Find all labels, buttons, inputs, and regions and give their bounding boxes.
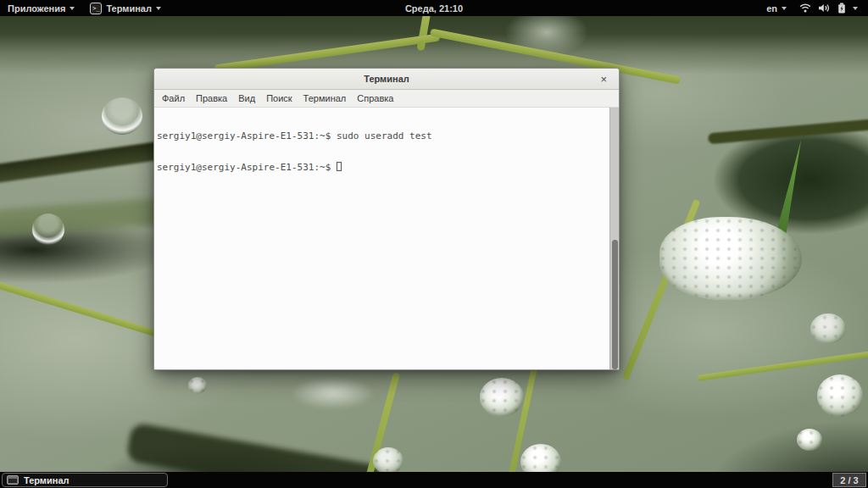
bottom-bar: Терминал 2 / 3: [0, 472, 868, 488]
window-menubar: Файл Правка Вид Поиск Терминал Справка: [154, 90, 619, 108]
scrollbar-thumb[interactable]: [612, 240, 618, 369]
keyboard-layout-indicator[interactable]: en: [759, 0, 794, 16]
menu-item-help[interactable]: Справка: [357, 93, 393, 103]
water-drop: [817, 374, 863, 417]
workspace-indicator-label: 2 / 3: [840, 475, 858, 485]
leaf-edge: [708, 118, 868, 145]
water-drop: [373, 447, 403, 474]
clock[interactable]: Среда, 21:10: [398, 0, 470, 16]
applications-menu[interactable]: Приложения: [0, 0, 82, 16]
water-drop: [32, 214, 64, 246]
terminal-cursor: [337, 162, 342, 171]
chevron-down-icon: [70, 7, 75, 10]
window-titlebar[interactable]: Терминал ×: [154, 69, 619, 90]
terminal-content[interactable]: sergiy1@sergiy-Aspire-E1-531:~$ sudo use…: [154, 108, 619, 369]
terminal-line: sergiy1@sergiy-Aspire-E1-531:~$ sudo use…: [157, 131, 605, 141]
applications-menu-label: Приложения: [8, 3, 65, 14]
terminal-line-text: sergiy1@sergiy-Aspire-E1-531:~$ sudo use…: [157, 130, 432, 141]
terminal-line-text: sergiy1@sergiy-Aspire-E1-531:~$: [157, 162, 331, 173]
water-drop: [188, 377, 207, 394]
volume-icon: [818, 3, 831, 13]
plant-stem: [0, 278, 175, 341]
chevron-down-icon: [853, 7, 858, 10]
plant-stem: [214, 33, 441, 72]
close-button[interactable]: ×: [597, 69, 610, 89]
menu-item-view[interactable]: Вид: [238, 93, 255, 103]
app-menu-label: Терминал: [106, 3, 152, 14]
wifi-icon: [799, 3, 811, 13]
window-title: Терминал: [364, 74, 409, 84]
system-status-area[interactable]: [794, 0, 863, 16]
menu-item-search[interactable]: Поиск: [266, 93, 292, 103]
top-bar: Приложения >_ Терминал Среда, 21:10 en: [0, 0, 868, 16]
battery-icon: [837, 3, 846, 14]
taskbar-item-terminal[interactable]: Терминал: [2, 473, 168, 487]
menu-item-terminal[interactable]: Терминал: [303, 93, 347, 103]
chevron-down-icon: [156, 7, 161, 10]
water-drop: [102, 97, 142, 135]
water-drop: [659, 217, 802, 300]
menu-item-file[interactable]: Файл: [162, 93, 185, 103]
terminal-app-icon: >_: [90, 3, 102, 14]
clock-label: Среда, 21:10: [405, 3, 463, 14]
water-drop: [797, 429, 822, 451]
app-menu-terminal[interactable]: >_ Терминал: [82, 0, 169, 16]
scrollbar[interactable]: [609, 108, 619, 369]
water-drop: [480, 378, 524, 417]
workspace-indicator[interactable]: 2 / 3: [832, 473, 866, 487]
taskbar-item-label: Терминал: [24, 475, 70, 485]
chevron-down-icon: [782, 7, 787, 10]
terminal-output: sergiy1@sergiy-Aspire-E1-531:~$ sudo use…: [154, 108, 619, 193]
terminal-window: Терминал × Файл Правка Вид Поиск Термина…: [153, 68, 620, 370]
terminal-prompt-line: sergiy1@sergiy-Aspire-E1-531:~$: [157, 162, 605, 173]
menu-item-edit[interactable]: Правка: [196, 93, 227, 103]
water-drop: [292, 380, 373, 408]
terminal-window-icon: [7, 475, 19, 485]
keyboard-layout-label: en: [766, 3, 777, 14]
water-drop: [810, 313, 846, 344]
